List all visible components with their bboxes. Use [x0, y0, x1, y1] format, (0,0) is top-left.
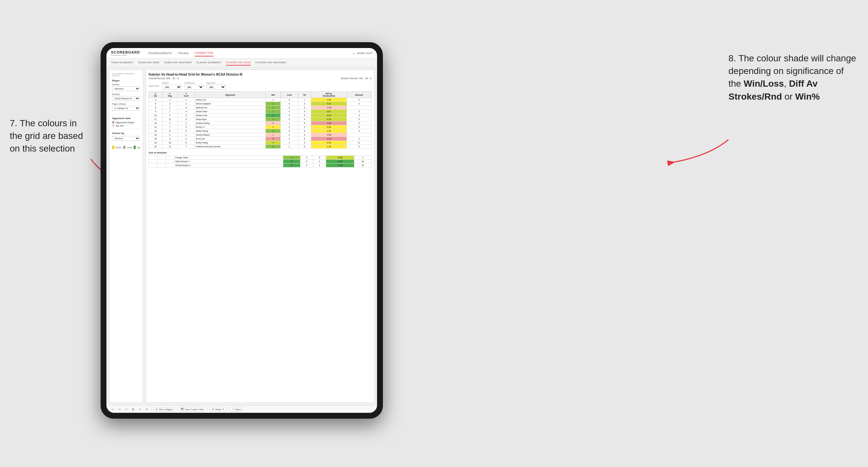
cell-loss: 0: [281, 114, 298, 118]
subnav-player-summary[interactable]: PLAYER SUMMARY: [196, 60, 222, 66]
table-header-row: #Div #Reg #Conf Opponent Win Loss Tie Di…: [149, 92, 372, 98]
toolbar-divider-3: [208, 407, 208, 411]
toolbar-view-original[interactable]: 👁 View: Original: [153, 407, 175, 411]
opponent-filter-label: Opponent: [206, 82, 226, 84]
ood-table-row: Foreign Team 1 0 0 4.500 2: [149, 156, 372, 160]
cell-tie: 0: [298, 141, 311, 145]
cell-tie: 0: [298, 121, 311, 125]
radio-top100[interactable]: Top 100: [112, 124, 140, 127]
cell-conf: 3: [178, 118, 195, 121]
cell-tie: 1: [298, 98, 311, 102]
cell-loss: 0: [281, 118, 298, 121]
opponents-filter-label: Opponents:: [149, 85, 160, 87]
cell-opponent: Emily Chang: [195, 141, 266, 145]
toolbar-copy[interactable]: ⊞: [131, 407, 136, 411]
cell-rounds: 9: [347, 125, 372, 129]
cell-reg: 1: [162, 98, 178, 102]
cell-diff: 1.33: [311, 145, 346, 149]
conference-filter-select[interactable]: (All): [184, 85, 204, 90]
cell-rounds: 2: [347, 137, 372, 141]
cell-div: [149, 156, 157, 160]
out-of-division-table: Foreign Team 1 0 0 4.500 2 NAIA Division…: [149, 155, 372, 167]
cell-rounds: 4: [347, 129, 372, 133]
region-filter-label: Region: [162, 82, 182, 84]
annotation-right-text2: ,: [784, 79, 789, 89]
sidebar-division-label: Division: [112, 93, 140, 95]
cell-opponent: Jessica Huang: [195, 121, 266, 125]
grid-title: Katelyn Vo Head-to-Head Grid for Women's…: [149, 73, 372, 76]
cell-reg: 1: [162, 106, 178, 110]
subnav-team-h2h-grid[interactable]: TEAM H2H GRID: [138, 60, 160, 66]
cell-opponent: Heejo Hyun: [195, 118, 266, 121]
toolbar-divider-1: [151, 407, 152, 411]
annotation-right-bold1: Win/Loss: [744, 79, 784, 89]
nav-item-teams[interactable]: TEAMS: [178, 50, 189, 56]
colour-by-select[interactable]: Win/loss: [112, 136, 140, 141]
sidebar-division-select[interactable]: NCAA Division III: [112, 96, 140, 101]
subnav-player-h2h-grid[interactable]: PLAYER H2H GRID: [226, 60, 251, 66]
cell-diff: -1.00: [311, 106, 346, 110]
nav-signout[interactable]: Sign out: [357, 50, 373, 56]
cell-conf: 3: [178, 106, 195, 110]
legend-label-level: Level: [127, 146, 132, 149]
cell-loss: 0: [281, 102, 298, 106]
toolbar-forward[interactable]: ↩: [124, 407, 129, 411]
toolbar-save-custom[interactable]: 💾 Save Custom View: [179, 407, 206, 411]
col-tie: Tie: [298, 92, 311, 98]
nav-item-committee[interactable]: COMMITTEE: [195, 50, 214, 57]
toolbar-cut[interactable]: ✂: [137, 407, 143, 411]
cell-rounds: 30: [354, 160, 371, 163]
cell-tie: 0: [298, 118, 311, 121]
toolbar-redo[interactable]: ↪: [117, 407, 122, 411]
cell-reg: 3: [162, 137, 178, 141]
cell-conf: 2: [178, 102, 195, 106]
cell-reg: 7: [162, 125, 178, 129]
subnav-team-h2h-heatmap[interactable]: TEAM H2H HEATMAP: [164, 60, 192, 66]
nav-separator: ›|: [353, 52, 355, 55]
toolbar-watch[interactable]: 👁 Watch ▾: [210, 407, 226, 411]
cell-div: 13: [149, 121, 162, 125]
col-loss: Loss: [281, 92, 298, 98]
nav-bar: SCOREBOARD Powered by clippd TOURNAMENTS…: [106, 48, 377, 59]
cell-div: 18: [149, 137, 162, 141]
cell-loss: 1: [281, 121, 298, 125]
cell-opponent: Jessica Mason: [195, 133, 266, 137]
cell-rounds: 4: [347, 114, 372, 118]
cell-reg: 8: [162, 129, 178, 133]
sidebar-timestamp: Last Updated: 27/03/2024 16:55:38: [112, 73, 140, 76]
cell-conf: 1: [178, 121, 195, 125]
toolbar-divider-2: [177, 407, 177, 411]
toolbar-undo[interactable]: ↩: [110, 407, 115, 411]
colour-by-label: Colour by: [112, 132, 140, 135]
table-row: 16 2 1 Jessica Mason 1 2 0 -0.94: [149, 133, 372, 137]
subnav-team-summary[interactable]: TEAM SUMMARY: [111, 60, 133, 66]
cell-opponent: Sharon Mun: [195, 110, 266, 114]
sidebar-player-title: Player: [112, 79, 140, 82]
cell-diff: 4.00: [311, 114, 346, 118]
toolbar-share[interactable]: ↗ Share: [230, 407, 243, 411]
legend-dot-up: [133, 145, 136, 149]
subnav-player-h2h-heatmap[interactable]: PLAYER H2H HEATMAP: [255, 60, 286, 66]
cell-opponent: NCAA Division 2: [174, 163, 283, 167]
cell-conf: 2: [178, 137, 195, 141]
radio-opponents-played[interactable]: Opponents Played: [112, 121, 140, 124]
nav-item-tournaments[interactable]: TOURNAMENTS: [148, 50, 172, 56]
division-record-value: 331 - 34 - 6: [359, 77, 372, 80]
opponent-filter-select[interactable]: (All): [206, 85, 226, 90]
cell-win: 0: [266, 137, 281, 141]
cell-div: [149, 160, 157, 163]
sidebar-gender-select[interactable]: Women's: [112, 86, 140, 91]
region-filter-select[interactable]: (All): [162, 85, 182, 90]
cell-div: 11: [149, 118, 162, 121]
cell-loss: 0: [300, 160, 313, 163]
legend-dot-level: [123, 145, 126, 149]
table-row: 18 3 2 Euna Lee 0 2 0 -5.00 2: [149, 137, 372, 141]
radio-opponents-label: Opponents Played: [116, 121, 134, 124]
toolbar: ↩ ↪ ↩ ⊞ ✂ ↻ 👁 View: Original 💾 Save Cust…: [106, 405, 377, 413]
toolbar-refresh[interactable]: ↻: [145, 407, 149, 411]
cell-rounds: 10: [354, 163, 371, 167]
share-icon: ↗: [232, 408, 234, 410]
table-row: 14 7 4 Eunice Yi 2 2 0 0.38 9: [149, 125, 372, 129]
nav-items: TOURNAMENTS TEAMS COMMITTEE: [148, 50, 214, 57]
sidebar-player-rank-select[interactable]: 8. Katelyn Vo: [112, 106, 140, 111]
